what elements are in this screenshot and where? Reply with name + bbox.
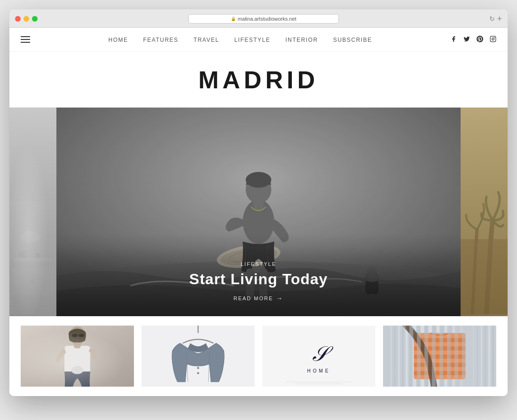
svg-rect-31	[461, 239, 508, 314]
hero-title: Start Living Today	[70, 271, 446, 288]
grid-item-3[interactable]: 𝒮 HOME	[262, 326, 376, 387]
svg-point-12	[31, 280, 35, 283]
svg-rect-30	[461, 108, 508, 239]
svg-rect-65	[414, 371, 466, 375]
svg-rect-59	[383, 326, 496, 387]
nav-link-lifestyle[interactable]: LIFESTYLE	[234, 37, 270, 43]
svg-rect-35	[64, 346, 90, 374]
svg-point-49	[197, 367, 199, 369]
svg-rect-4	[9, 202, 56, 314]
grid-item-2[interactable]	[141, 326, 255, 387]
bottom-grid: 𝒮 HOME	[21, 326, 496, 387]
svg-rect-7	[28, 239, 32, 258]
side-preview-left	[9, 108, 56, 316]
svg-point-8	[20, 231, 40, 242]
nav-item-interior[interactable]: INTERIOR	[285, 35, 318, 44]
twitter-icon[interactable]	[463, 36, 470, 44]
url-text: malina.artstudioworks.net	[238, 16, 297, 22]
side-preview-right	[461, 108, 508, 316]
svg-rect-36	[74, 341, 81, 348]
nav-item-home[interactable]: HOME	[109, 35, 128, 44]
svg-rect-32	[461, 108, 508, 314]
site-title-area: MADRID	[9, 52, 508, 108]
nav-link-features[interactable]: FEATURES	[143, 37, 179, 43]
svg-rect-11	[12, 267, 54, 296]
svg-point-37	[69, 326, 86, 344]
address-bar[interactable]: 🔒 malina.artstudioworks.net	[188, 14, 339, 23]
svg-rect-38	[72, 334, 78, 337]
svg-rect-3	[9, 108, 56, 314]
svg-rect-0	[490, 36, 496, 42]
right-preview-image	[461, 108, 508, 314]
website-content: HOME FEATURES TRAVEL LIFESTYLE INTERIOR …	[9, 28, 508, 396]
social-icons	[450, 36, 496, 44]
svg-point-2	[494, 37, 495, 38]
hero-main: LIFESTYLE Start Living Today READ MORE →	[56, 108, 461, 316]
svg-rect-60	[414, 333, 466, 380]
fullscreen-button[interactable]	[32, 16, 38, 22]
read-more-text: READ MORE	[234, 296, 274, 301]
svg-rect-62	[414, 346, 466, 350]
browser-controls-right: ↻ +	[489, 15, 502, 23]
instagram-icon[interactable]	[490, 36, 496, 44]
nav-item-lifestyle[interactable]: LIFESTYLE	[234, 35, 270, 44]
lock-icon: 🔒	[231, 16, 236, 21]
svg-point-48	[197, 362, 199, 364]
browser-window: 🔒 malina.artstudioworks.net ↻ + HOME	[9, 9, 508, 396]
read-more-arrow: →	[276, 295, 283, 302]
svg-rect-39	[79, 334, 84, 337]
hero-overlay: LIFESTYLE Start Living Today READ MORE →	[56, 247, 461, 316]
svg-rect-63	[414, 355, 466, 359]
svg-rect-6	[14, 258, 52, 262]
minimize-button[interactable]	[24, 16, 29, 22]
bottom-section: 𝒮 HOME	[9, 316, 508, 396]
svg-text:HOME: HOME	[307, 368, 331, 373]
svg-rect-29	[461, 108, 508, 314]
facebook-icon[interactable]	[450, 36, 457, 44]
refresh-button[interactable]: ↻	[489, 15, 495, 23]
nav-item-features[interactable]: FEATURES	[143, 35, 179, 44]
hamburger-menu[interactable]	[21, 36, 30, 43]
svg-rect-61	[414, 338, 466, 342]
grid-item-4[interactable]	[383, 326, 496, 387]
nav-item-travel[interactable]: TRAVEL	[194, 35, 219, 44]
read-more-link[interactable]: READ MORE →	[234, 295, 284, 302]
navigation: HOME FEATURES TRAVEL LIFESTYLE INTERIOR …	[9, 28, 508, 52]
svg-rect-56	[383, 326, 496, 387]
svg-rect-33	[21, 326, 134, 387]
nav-menu: HOME FEATURES TRAVEL LIFESTYLE INTERIOR …	[30, 35, 450, 44]
grid-item-1[interactable]	[21, 326, 134, 387]
traffic-lights	[15, 16, 38, 22]
svg-rect-9	[19, 251, 26, 258]
svg-point-41	[71, 366, 83, 374]
svg-rect-10	[35, 253, 40, 258]
pinterest-icon[interactable]	[477, 36, 483, 44]
site-title: MADRID	[9, 66, 508, 94]
left-preview-image	[9, 108, 56, 314]
nav-item-subscribe[interactable]: SUBSCRIBE	[333, 35, 372, 44]
nav-link-subscribe[interactable]: SUBSCRIBE	[333, 37, 372, 43]
nav-link-travel[interactable]: TRAVEL	[194, 37, 219, 43]
browser-chrome: 🔒 malina.artstudioworks.net ↻ +	[9, 9, 508, 28]
hero-area: LIFESTYLE Start Living Today READ MORE →	[9, 108, 508, 316]
svg-point-47	[197, 357, 199, 358]
nav-link-interior[interactable]: INTERIOR	[285, 37, 318, 43]
svg-rect-34	[21, 326, 134, 387]
address-bar-wrapper: 🔒 malina.artstudioworks.net	[41, 14, 486, 23]
svg-rect-5	[9, 108, 56, 202]
new-tab-button[interactable]: +	[497, 15, 502, 23]
svg-point-50	[197, 372, 199, 374]
hero-category: LIFESTYLE	[70, 261, 446, 267]
nav-link-home[interactable]: HOME	[109, 37, 128, 43]
svg-rect-64	[414, 363, 466, 367]
close-button[interactable]	[15, 16, 21, 22]
svg-point-1	[492, 38, 494, 40]
